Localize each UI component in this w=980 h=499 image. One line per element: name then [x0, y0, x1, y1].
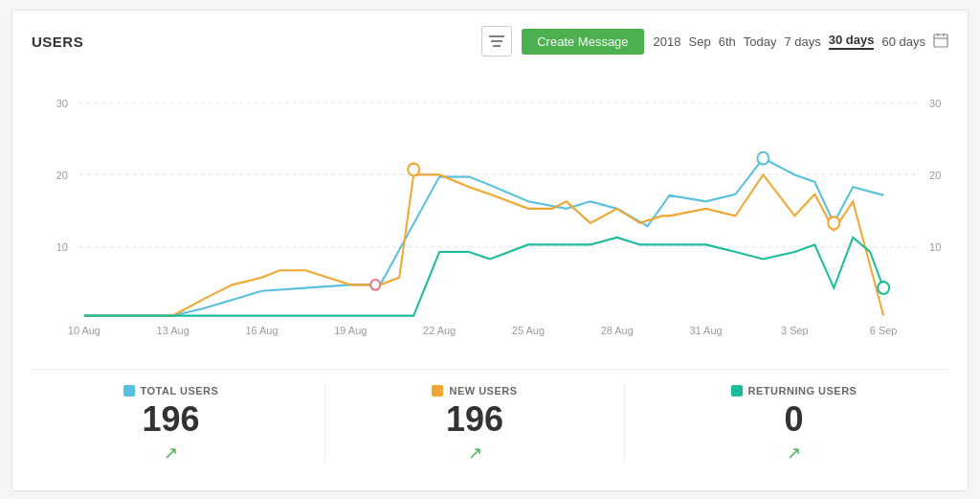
legend: TOTAL USERS 196 ↗ NEW USERS 196 ↗ RETURN…	[32, 369, 948, 471]
nav-month[interactable]: Sep	[689, 34, 711, 49]
legend-new-users: NEW USERS 196 ↗	[432, 385, 517, 464]
svg-text:16 Aug: 16 Aug	[245, 325, 278, 336]
filter-icon	[489, 34, 504, 48]
svg-text:3 Sep: 3 Sep	[781, 325, 809, 336]
nav-day[interactable]: 6th	[719, 34, 736, 49]
new-users-line	[84, 174, 883, 315]
svg-rect-3	[934, 34, 947, 47]
svg-text:30: 30	[929, 97, 941, 108]
svg-text:10: 10	[929, 241, 941, 253]
returning-users-value: 0	[785, 400, 804, 439]
new-users-peak-marker	[408, 164, 419, 176]
svg-text:25 Aug: 25 Aug	[512, 325, 545, 336]
date-navigation: 2018 Sep 6th Today 7 days 30 days 60 day…	[654, 33, 948, 51]
returning-users-3sep-marker	[828, 216, 839, 229]
page-title: USERS	[32, 34, 83, 50]
total-users-value: 196	[142, 400, 199, 439]
main-card: USERS Create Message 2018 Sep 6th Today …	[11, 10, 969, 491]
total-users-color	[123, 385, 135, 397]
svg-text:19 Aug: 19 Aug	[334, 325, 367, 336]
total-users-mid-marker	[370, 280, 380, 290]
returning-users-end-marker	[878, 282, 889, 294]
svg-text:13 Aug: 13 Aug	[157, 325, 189, 336]
nav-7days[interactable]: 7 days	[784, 34, 820, 49]
nav-year[interactable]: 2018	[654, 34, 681, 49]
svg-text:6 Sep: 6 Sep	[870, 325, 898, 336]
legend-returning-users: RETURNING USERS 0 ↗	[731, 385, 858, 464]
svg-text:20: 20	[929, 169, 941, 180]
svg-text:31 Aug: 31 Aug	[689, 325, 722, 336]
total-users-peak-marker	[757, 152, 768, 165]
total-users-label: TOTAL USERS	[141, 385, 219, 397]
svg-text:10 Aug: 10 Aug	[68, 325, 100, 336]
svg-text:28 Aug: 28 Aug	[601, 325, 634, 336]
svg-text:20: 20	[56, 169, 68, 180]
create-message-button[interactable]: Create Message	[522, 29, 643, 55]
new-users-color	[432, 385, 443, 397]
nav-today[interactable]: Today	[744, 34, 777, 49]
legend-divider-1	[324, 386, 325, 463]
svg-text:22 Aug: 22 Aug	[423, 325, 456, 336]
new-users-trend: ↗	[468, 442, 482, 464]
toolbar: Create Message 2018 Sep 6th Today 7 days…	[481, 26, 948, 57]
total-users-line	[84, 158, 883, 315]
header: USERS Create Message 2018 Sep 6th Today …	[32, 26, 948, 57]
line-chart: 30 20 10 30 20 10 10 Aug 13 Aug 16 Aug 1…	[32, 72, 948, 350]
calendar-icon[interactable]	[933, 33, 948, 51]
legend-divider-2	[624, 386, 625, 463]
svg-text:10: 10	[56, 241, 68, 253]
legend-total-users: TOTAL USERS 196 ↗	[123, 385, 219, 464]
chart-area: 30 20 10 30 20 10 10 Aug 13 Aug 16 Aug 1…	[32, 72, 948, 350]
nav-60days[interactable]: 60 days	[881, 34, 925, 49]
returning-users-label: RETURNING USERS	[748, 385, 858, 397]
new-users-value: 196	[446, 400, 503, 439]
nav-30days[interactable]: 30 days	[829, 33, 875, 50]
new-users-label: NEW USERS	[449, 385, 517, 397]
returning-users-line	[84, 238, 883, 316]
returning-users-trend: ↗	[787, 442, 801, 464]
total-users-trend: ↗	[164, 442, 178, 464]
returning-users-color	[731, 385, 743, 397]
filter-button[interactable]	[481, 26, 512, 57]
svg-text:30: 30	[56, 97, 68, 108]
